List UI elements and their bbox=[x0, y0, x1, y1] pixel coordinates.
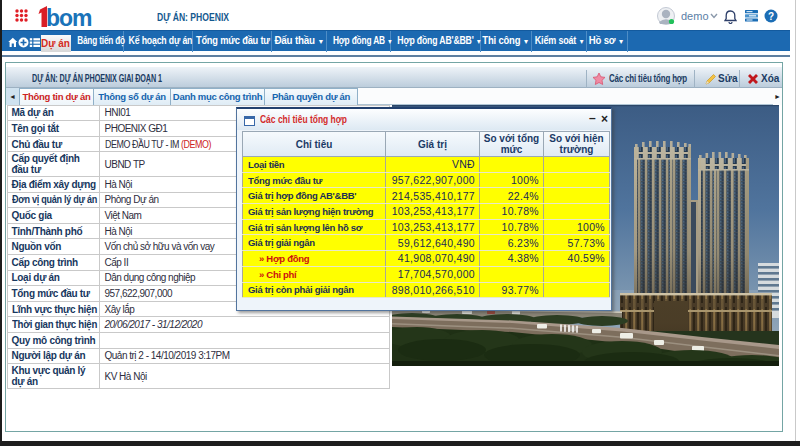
svg-text:bom: bom bbox=[46, 5, 92, 29]
svg-text:?: ? bbox=[768, 11, 774, 22]
